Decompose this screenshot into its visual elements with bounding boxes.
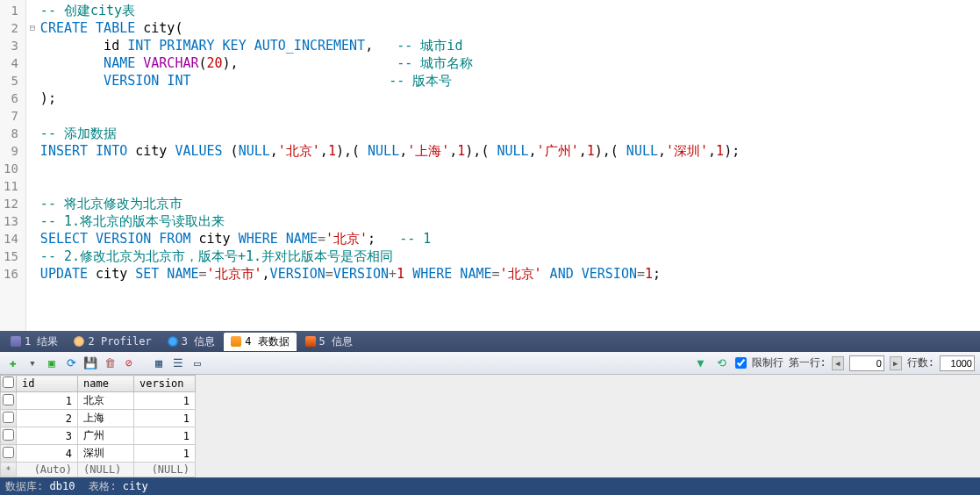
status-db-value: db10: [49, 480, 75, 492]
firstrow-input[interactable]: [849, 355, 884, 371]
limit-rows-checkbox[interactable]: [735, 357, 747, 369]
row-checkbox[interactable]: [3, 447, 14, 458]
tab-label: 5 信息: [319, 334, 353, 349]
col-header-version[interactable]: version: [134, 376, 196, 392]
limit-rows-label: 限制行: [752, 355, 783, 370]
grid-view-button[interactable]: ▦: [151, 355, 167, 371]
status-db-label: 数据库:: [5, 480, 43, 492]
dropdown-button[interactable]: ▾: [25, 355, 40, 371]
firstrow-label: 第一行:: [789, 355, 826, 370]
col-header-name[interactable]: name: [78, 376, 134, 392]
cell-version[interactable]: 1: [134, 427, 196, 445]
row-checkbox[interactable]: [3, 429, 14, 441]
select-all-checkbox[interactable]: [3, 377, 14, 388]
cancel-button[interactable]: ⊘: [121, 355, 137, 371]
new-row[interactable]: *(Auto)(NULL)(NULL): [1, 463, 196, 477]
ico-table-icon: [231, 336, 241, 347]
line-gutter: 12345678910111213141516: [0, 0, 26, 331]
cell-name[interactable]: 广州: [78, 427, 134, 445]
tab-4-表数据[interactable]: 4 表数据: [224, 333, 296, 351]
ico-user-icon: [74, 336, 84, 347]
delete-button[interactable]: 🗑: [102, 355, 118, 371]
cell-id[interactable]: 3: [17, 427, 78, 445]
prev-page-button[interactable]: ◀: [832, 356, 844, 370]
tab-2-Profiler[interactable]: 2 Profiler: [67, 334, 158, 349]
rowcount-input[interactable]: [940, 355, 975, 371]
refresh-button[interactable]: ⟳: [63, 355, 79, 371]
tab-5-信息[interactable]: 5 信息: [298, 333, 360, 351]
add-row-button[interactable]: ✚: [5, 355, 21, 371]
table-row[interactable]: 2上海1: [1, 410, 196, 427]
table-row[interactable]: 3广州1: [1, 427, 196, 445]
insert-button[interactable]: ▣: [44, 355, 60, 371]
cell-name[interactable]: 北京: [78, 392, 134, 410]
tab-label: 3 信息: [182, 334, 215, 349]
status-table-value: city: [123, 480, 148, 492]
status-bar: 数据库: db10 表格: city: [0, 477, 980, 495]
cell-version[interactable]: 1: [134, 392, 196, 410]
cell-name[interactable]: 上海: [78, 410, 134, 427]
text-view-button[interactable]: ▭: [190, 355, 205, 371]
tab-label: 1 结果: [25, 334, 58, 349]
cell-version[interactable]: 1: [134, 410, 196, 427]
ico-info2-icon: [305, 336, 316, 347]
ico-info-icon: [168, 336, 178, 347]
save-button[interactable]: 💾: [82, 355, 98, 371]
cell-version[interactable]: 1: [134, 445, 196, 463]
row-checkbox[interactable]: [3, 412, 14, 423]
cell-id[interactable]: 2: [17, 410, 78, 427]
cell-id[interactable]: 1: [17, 392, 78, 410]
code-area[interactable]: -- 创建city表⊟CREATE TABLE city( id INT PRI…: [26, 0, 980, 331]
cell-id[interactable]: 4: [17, 445, 78, 463]
tab-label: 4 表数据: [245, 334, 289, 349]
tab-label: 2 Profiler: [88, 335, 151, 348]
tab-3-信息[interactable]: 3 信息: [161, 333, 222, 351]
rowcount-label: 行数:: [907, 355, 934, 370]
data-toolbar: ✚ ▾ ▣ ⟳ 💾 🗑 ⊘ ▦ ☰ ▭ ▼ ⟲ 限制行 第一行: ◀ ▶ 行数:: [0, 352, 980, 375]
col-header-id[interactable]: id: [17, 376, 78, 392]
table-row[interactable]: 4深圳1: [1, 445, 196, 463]
cell-name[interactable]: 深圳: [78, 445, 134, 463]
status-table-label: 表格:: [89, 480, 116, 492]
refresh-icon[interactable]: ⟲: [714, 355, 730, 371]
filter-icon[interactable]: ▼: [693, 355, 709, 371]
ico-grid-icon: [11, 336, 21, 347]
row-checkbox[interactable]: [3, 394, 14, 405]
next-page-button[interactable]: ▶: [890, 356, 902, 370]
table-row[interactable]: 1北京1: [1, 392, 196, 410]
result-grid[interactable]: idnameversion1北京12上海13广州14深圳1*(Auto)(NUL…: [0, 375, 980, 477]
sql-editor[interactable]: 12345678910111213141516 -- 创建city表⊟CREAT…: [0, 0, 980, 331]
results-tabs: 1 结果2 Profiler3 信息4 表数据5 信息: [0, 331, 980, 352]
tab-1-结果[interactable]: 1 结果: [4, 333, 65, 351]
form-view-button[interactable]: ☰: [170, 355, 186, 371]
